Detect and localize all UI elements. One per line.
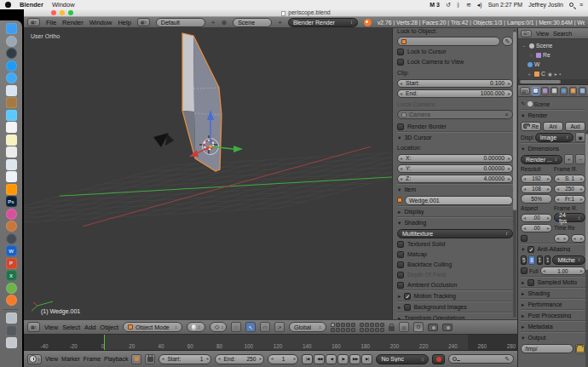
layer-toggle[interactable] (351, 323, 355, 327)
render-animation-button[interactable]: Ani (543, 122, 563, 131)
dock-icon-time-machine[interactable] (6, 48, 17, 59)
layer-toggle[interactable] (346, 328, 350, 332)
sampled-motion-checkbox[interactable] (527, 279, 534, 286)
item-panel-header[interactable]: Item (397, 184, 513, 194)
dock-icon-excel[interactable]: X (6, 270, 17, 281)
layer-toggle[interactable] (370, 328, 374, 332)
play-reverse-button[interactable]: ◀ (326, 354, 337, 364)
dock-icon-mail[interactable] (6, 85, 17, 96)
bluetooth-icon[interactable]: ᛒ (457, 2, 460, 8)
scene-selector[interactable]: Scene (233, 18, 272, 27)
expander-icon[interactable]: + (526, 72, 533, 77)
disclosure-triangle[interactable] (397, 220, 401, 226)
lock-icon[interactable] (389, 326, 395, 331)
viewport-3d[interactable]: User Ortho (1) Wedge.001 (24, 28, 392, 319)
motion-tracking-panel-header[interactable]: Motion Tracking (397, 290, 513, 301)
display-panel-header[interactable]: Display (397, 206, 513, 216)
transform-orientations-panel-header[interactable]: Transform Orientations (397, 313, 513, 319)
disclosure-triangle[interactable] (521, 279, 525, 285)
expander-icon[interactable]: ○ (527, 53, 534, 58)
dock-icon-powerpoint[interactable]: P (6, 258, 17, 269)
add-preset-button[interactable]: + (564, 154, 574, 164)
disclosure-triangle[interactable] (397, 135, 401, 140)
fps-dropdown[interactable]: 24 fps↕ (554, 213, 585, 222)
render-still-button[interactable]: Re (521, 122, 541, 131)
pin-icon[interactable]: ✎ (521, 100, 526, 107)
rotate-manipulator-button[interactable]: ◠ (260, 322, 270, 332)
dock-icon-calendar[interactable] (6, 122, 17, 133)
outliner-row-world[interactable]: W (521, 60, 588, 69)
output-path-field[interactable]: /tmp/ (521, 344, 574, 353)
pivot-point-selector[interactable]: ◇↕ (210, 322, 227, 332)
render-engine-selector[interactable]: Blender Render↕ (288, 18, 358, 27)
layer-toggle[interactable] (341, 328, 345, 332)
aa-samples-8-button[interactable]: 8 (528, 255, 534, 265)
textured-solid-row[interactable]: Textured Solid (397, 239, 513, 249)
layer-toggle[interactable] (375, 323, 379, 327)
dock-icon-itunes[interactable] (6, 233, 17, 244)
layer-toggle[interactable] (365, 323, 369, 327)
dock-icon-garageband[interactable] (6, 221, 17, 232)
resolution-y-slider[interactable]: 108 (521, 185, 552, 193)
render-display-dropdown[interactable]: Image↕ (535, 133, 574, 142)
editor-type-outliner-icon[interactable]: ☰↕ (521, 30, 532, 37)
render-border-checkbox[interactable] (397, 123, 404, 130)
dock-icon-trash[interactable] (6, 337, 17, 348)
camera-object[interactable] (153, 133, 174, 147)
dock-icon-messages[interactable] (6, 110, 17, 121)
lock-camera-row[interactable]: Lock Camera to View (397, 57, 513, 66)
dock-icon-ibooks[interactable] (6, 184, 17, 195)
dock-icon-word[interactable]: W (6, 245, 17, 256)
full-sample-checkbox[interactable] (521, 267, 527, 274)
dock-icon-safari[interactable] (6, 72, 17, 83)
layer-toggle[interactable] (331, 328, 335, 332)
renderability-camera-icon[interactable]: ▪ (560, 72, 562, 77)
lock-object-field[interactable] (397, 37, 500, 46)
backface-culling-checkbox[interactable] (397, 261, 404, 268)
tab-render-layers[interactable] (541, 87, 549, 95)
layer-toggle[interactable] (375, 328, 379, 332)
depth-of-field-row[interactable]: Depth Of Field (397, 270, 513, 279)
image-button[interactable]: ▣ (575, 132, 585, 142)
preview-range-button[interactable] (131, 354, 141, 364)
lock-to-cursor-row[interactable]: Lock to Cursor (397, 47, 513, 56)
selectability-cursor-icon[interactable]: ▸ (555, 72, 557, 77)
timeline-ruler[interactable]: -40-200204060801001201401601802002202402… (24, 335, 517, 351)
shading-mode-dropdown[interactable]: Multitexture↕ (397, 229, 513, 238)
menubar-app-name[interactable]: Blender (20, 1, 43, 9)
motion-tracking-checkbox[interactable] (404, 293, 411, 300)
outliner-menu-search[interactable]: Search (553, 31, 572, 37)
disclosure-triangle[interactable] (521, 290, 525, 296)
disclosure-triangle[interactable] (397, 304, 401, 310)
layer-toggle[interactable] (351, 328, 355, 332)
editor-type-3dview-icon[interactable]: ▦↕ (27, 322, 40, 332)
depth-of-field-checkbox[interactable] (397, 272, 404, 278)
dock-icon-finder[interactable] (6, 23, 17, 34)
frame-step-slider[interactable]: Fr:1 (554, 195, 585, 204)
time-remap-old-slider[interactable] (554, 234, 569, 243)
frame-start-slider[interactable]: S: 1 (554, 175, 585, 183)
add-layout-button[interactable]: + (211, 19, 216, 26)
scale-manipulator-button[interactable]: ↗ (274, 322, 285, 332)
aspect-x-slider[interactable]: .00 (521, 214, 552, 222)
editor-type-info-icon[interactable]: ▦↕ (27, 18, 40, 26)
spotlight-icon[interactable] (569, 3, 574, 7)
dock-icon-notes[interactable] (6, 135, 17, 146)
expander-icon[interactable]: − (521, 43, 527, 49)
npanel-scrollbar[interactable] (513, 30, 516, 318)
viewport-menu-select[interactable]: Select (62, 324, 80, 331)
jump-to-end-button[interactable]: ▶| (361, 354, 372, 364)
remove-preset-button[interactable]: − (575, 154, 585, 164)
dock-icon-stickies[interactable] (6, 97, 17, 108)
layer-toggle[interactable] (336, 328, 340, 332)
eyedropper-icon[interactable] (502, 37, 513, 46)
render-opengl-anim-button[interactable] (442, 324, 453, 331)
aa-samples-11-button[interactable]: 1 (537, 255, 543, 265)
menubar-clock[interactable]: Sun 2:27 PM (488, 2, 522, 8)
prev-keyframe-button[interactable]: ◀◀ (314, 354, 325, 364)
layer-toggle[interactable] (365, 328, 369, 332)
resolution-x-slider[interactable]: 192 (521, 175, 552, 183)
shading-panel-header[interactable]: Shading (397, 217, 513, 227)
outliner-menu-view[interactable]: View (536, 31, 549, 37)
browse-output-button[interactable] (575, 344, 585, 354)
